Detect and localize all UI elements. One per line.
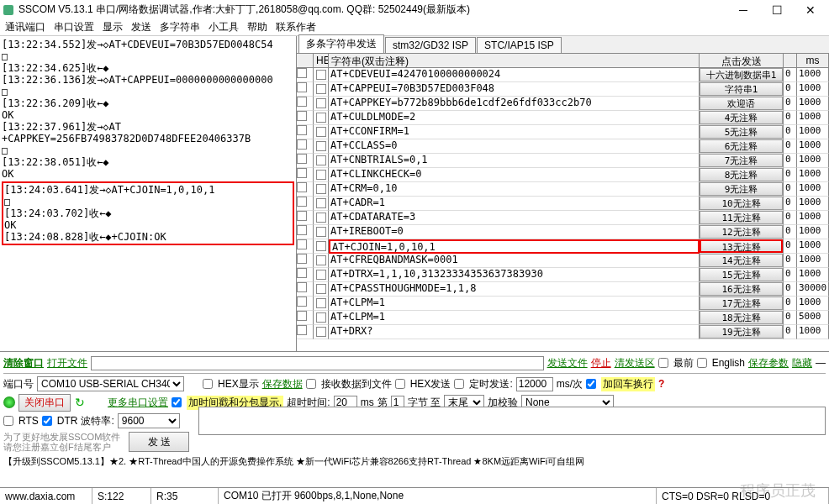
- menu-item[interactable]: 联系作者: [276, 20, 316, 34]
- row-checkbox[interactable]: [297, 168, 307, 178]
- hex-checkbox[interactable]: [316, 155, 326, 165]
- send-row-button[interactable]: 欢迎语: [700, 97, 783, 110]
- send-row-button[interactable]: 12无注释: [700, 225, 783, 239]
- send-row-button[interactable]: 4无注释: [700, 111, 783, 124]
- minimize-button[interactable]: ─: [726, 1, 760, 19]
- cmd-input[interactable]: [330, 211, 697, 223]
- row-checkbox[interactable]: [297, 68, 307, 78]
- stop-link[interactable]: 停止: [591, 356, 611, 370]
- cmd-input[interactable]: [330, 182, 697, 194]
- maximize-button[interactable]: ☐: [760, 1, 794, 19]
- hex-send-checkbox[interactable]: [395, 379, 405, 389]
- ms-cell[interactable]: 1000: [797, 211, 829, 225]
- row-checkbox[interactable]: [297, 254, 307, 264]
- send-button[interactable]: 发 送: [129, 432, 189, 452]
- n-cell[interactable]: 0: [784, 139, 797, 154]
- ms-cell[interactable]: 1000: [797, 97, 829, 111]
- menu-item[interactable]: 小工具: [209, 20, 239, 34]
- ms-cell[interactable]: 1000: [797, 168, 829, 182]
- menu-item[interactable]: 显示: [103, 20, 123, 34]
- cmd-input[interactable]: [330, 82, 697, 94]
- baud-select[interactable]: 9600: [118, 413, 180, 428]
- row-checkbox[interactable]: [297, 239, 307, 249]
- ms-cell[interactable]: 1000: [797, 111, 829, 125]
- send-row-button[interactable]: 18无注释: [700, 311, 783, 324]
- menu-item[interactable]: 多字符串: [160, 20, 200, 34]
- help-icon[interactable]: ?: [658, 378, 664, 390]
- reload-icon[interactable]: ↻: [74, 396, 86, 408]
- cmd-input[interactable]: [330, 68, 697, 80]
- menu-item[interactable]: 帮助: [247, 20, 267, 34]
- cmd-input[interactable]: [330, 325, 697, 337]
- cmd-input[interactable]: [330, 139, 697, 151]
- timed-value-input[interactable]: [516, 377, 553, 391]
- send-row-button[interactable]: 7无注释: [700, 154, 783, 167]
- ms-cell[interactable]: 1000: [797, 68, 829, 82]
- close-port-button[interactable]: 关闭串口: [18, 394, 71, 412]
- save-data-link[interactable]: 保存数据: [262, 377, 303, 391]
- send-row-button[interactable]: 16无注释: [700, 282, 783, 296]
- row-checkbox[interactable]: [297, 82, 307, 92]
- tab[interactable]: 多条字符串发送: [298, 34, 384, 53]
- n-cell[interactable]: 0: [784, 197, 797, 211]
- hide-link[interactable]: 隐藏: [792, 356, 812, 370]
- ms-cell[interactable]: 1000: [797, 325, 829, 339]
- n-cell[interactable]: 0: [784, 325, 797, 339]
- ms-cell[interactable]: 1000: [797, 125, 829, 139]
- tab[interactable]: STC/IAP15 ISP: [477, 37, 562, 53]
- send-row-button[interactable]: 6无注释: [700, 139, 783, 153]
- ms-cell[interactable]: 1000: [797, 297, 829, 311]
- front-checkbox[interactable]: [658, 358, 668, 368]
- row-checkbox[interactable]: [297, 182, 307, 192]
- row-checkbox[interactable]: [297, 154, 307, 164]
- hex-checkbox[interactable]: [316, 170, 326, 180]
- hex-checkbox[interactable]: [316, 298, 326, 308]
- send-row-button[interactable]: 11无注释: [700, 211, 783, 224]
- row-checkbox[interactable]: [297, 111, 307, 121]
- more-settings-link[interactable]: 更多串口设置: [108, 396, 168, 410]
- n-cell[interactable]: 0: [784, 239, 797, 254]
- n-cell[interactable]: 0: [784, 211, 797, 225]
- timed-send-checkbox[interactable]: [454, 379, 464, 389]
- hex-checkbox[interactable]: [316, 270, 326, 280]
- hex-checkbox[interactable]: [316, 312, 326, 323]
- send-row-button[interactable]: 字符串1: [700, 82, 783, 96]
- send-row-button[interactable]: 5无注释: [700, 125, 783, 139]
- hex-checkbox[interactable]: [316, 213, 326, 223]
- ms-cell[interactable]: 1000: [797, 239, 829, 254]
- tab[interactable]: stm32/GD32 ISP: [385, 37, 476, 53]
- send-row-button[interactable]: 15无注释: [700, 268, 783, 281]
- cmd-input[interactable]: [330, 254, 697, 265]
- menu-item[interactable]: 通讯端口: [5, 20, 45, 34]
- ms-cell[interactable]: 1000: [797, 225, 829, 239]
- file-path-input[interactable]: [91, 356, 544, 370]
- send-file-link[interactable]: 发送文件: [547, 356, 588, 370]
- ms-cell[interactable]: 1000: [797, 82, 829, 97]
- menu-item[interactable]: 发送: [131, 20, 151, 34]
- n-cell[interactable]: 0: [784, 225, 797, 239]
- cmd-input[interactable]: [330, 154, 697, 165]
- n-cell[interactable]: 0: [784, 82, 797, 97]
- hex-checkbox[interactable]: [316, 98, 326, 108]
- clear-send-link[interactable]: 清发送区: [615, 356, 655, 370]
- ms-cell[interactable]: 1000: [797, 154, 829, 168]
- english-checkbox[interactable]: [697, 358, 707, 368]
- cmd-input[interactable]: [330, 197, 697, 208]
- row-checkbox[interactable]: [297, 139, 307, 150]
- hex-checkbox[interactable]: [316, 127, 326, 137]
- grid-body[interactable]: 十六进制数据串101000字符串101000欢迎语010004无注释010005…: [297, 68, 829, 352]
- n-cell[interactable]: 0: [784, 125, 797, 139]
- hex-checkbox[interactable]: [316, 327, 326, 337]
- ms-cell[interactable]: 1000: [797, 254, 829, 268]
- close-button[interactable]: ✕: [794, 1, 827, 19]
- cmd-input[interactable]: [330, 311, 697, 323]
- row-checkbox[interactable]: [297, 125, 307, 135]
- cmd-input[interactable]: [330, 297, 697, 308]
- n-cell[interactable]: 0: [784, 182, 797, 197]
- cmd-input[interactable]: [330, 225, 697, 237]
- hex-checkbox[interactable]: [316, 141, 326, 151]
- cmd-input[interactable]: [330, 168, 697, 180]
- row-checkbox[interactable]: [297, 282, 307, 292]
- dtr-checkbox[interactable]: [42, 416, 52, 426]
- hex-checkbox[interactable]: [316, 84, 326, 94]
